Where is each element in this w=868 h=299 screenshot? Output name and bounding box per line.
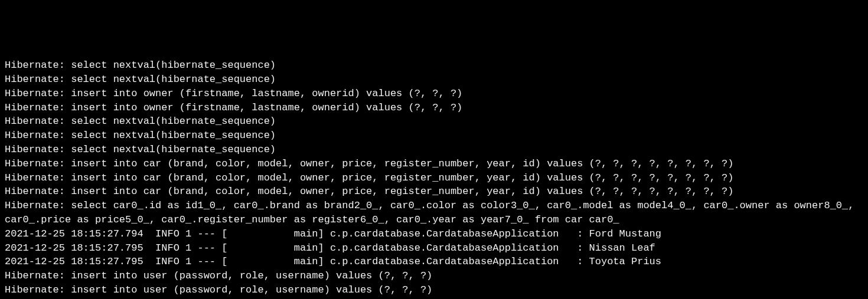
log-line: Hibernate: insert into car (brand, color… [5, 171, 863, 185]
terminal-output: Hibernate: select nextval(hibernate_sequ… [5, 58, 863, 297]
log-line: 2021-12-25 18:15:27.794 INFO 1 --- [ mai… [5, 227, 863, 241]
log-line: Hibernate: insert into car (brand, color… [5, 157, 863, 171]
log-line: Hibernate: insert into owner (firstname,… [5, 101, 863, 115]
log-line: Hibernate: select nextval(hibernate_sequ… [5, 73, 863, 87]
log-line: Hibernate: select nextval(hibernate_sequ… [5, 58, 863, 73]
log-line: Hibernate: insert into user (password, r… [5, 283, 863, 297]
log-line: Hibernate: insert into car (brand, color… [5, 185, 863, 199]
log-line: Hibernate: select nextval(hibernate_sequ… [5, 143, 863, 157]
log-line: Hibernate: insert into owner (firstname,… [5, 87, 863, 101]
log-line: 2021-12-25 18:15:27.795 INFO 1 --- [ mai… [5, 241, 863, 255]
log-line: Hibernate: select car0_.id as id1_0_, ca… [5, 199, 863, 227]
log-line: 2021-12-25 18:15:27.795 INFO 1 --- [ mai… [5, 255, 863, 269]
log-line: Hibernate: select nextval(hibernate_sequ… [5, 129, 863, 143]
log-line: Hibernate: insert into user (password, r… [5, 269, 863, 283]
log-line: Hibernate: select nextval(hibernate_sequ… [5, 114, 863, 129]
